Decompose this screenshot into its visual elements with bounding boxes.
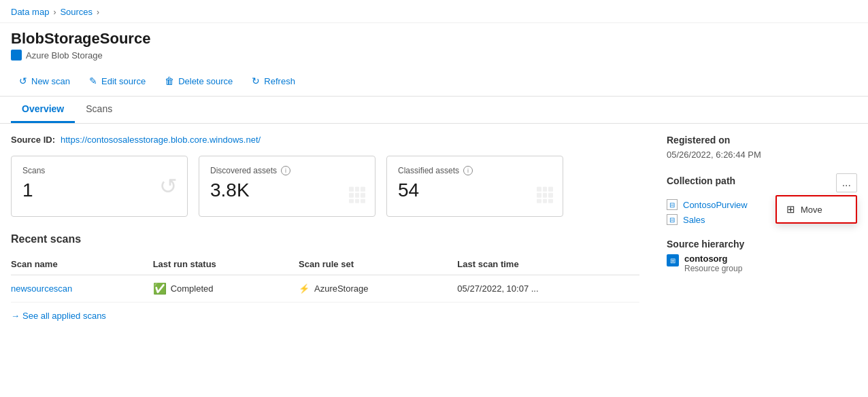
see-all-link[interactable]: → See all applied scans (11, 311, 639, 321)
hierarchy-name-0: contosorg (684, 254, 742, 264)
breadcrumb: Data map › Sources › (0, 0, 868, 23)
move-label: Move (801, 205, 822, 215)
refresh-icon: ↻ (252, 75, 260, 86)
registered-on-value: 05/26/2022, 6:26:44 PM (667, 150, 857, 160)
page-title: BlobStorageSource (11, 30, 857, 48)
hierarchy-sub-0: Resource group (684, 264, 742, 273)
arrow-right-icon: → (11, 311, 20, 321)
recent-scans-section: Recent scans Scan name Last run status S… (11, 233, 639, 321)
stat-label-scans: Scans (22, 166, 176, 175)
collection-path-section: Collection path ... ⊞ Move ⊟ ContosoPurv… (667, 173, 857, 225)
edit-source-icon: ✎ (89, 75, 97, 86)
lightning-icon: ⚡ (299, 283, 310, 294)
edit-source-button[interactable]: ✎ Edit source (81, 71, 154, 90)
col-scan-name: Scan name (11, 254, 153, 275)
status-check-icon: ✅ (153, 282, 167, 295)
new-scan-button[interactable]: ↺ New scan (11, 71, 78, 90)
scan-name-cell: newsourcescan (11, 275, 153, 303)
storage-icon (11, 50, 22, 61)
breadcrumb-sep-2: › (97, 7, 99, 17)
stat-label-classified: Classified assets i (398, 166, 552, 175)
stat-value-classified: 54 (398, 179, 552, 201)
move-icon: ⊞ (786, 203, 795, 215)
source-hierarchy-section: Source hierarchy ⊞ contosorg Resource gr… (667, 239, 857, 273)
main-content: Source ID: https://contososalesstorage.b… (11, 135, 639, 321)
delete-source-button[interactable]: 🗑 Delete source (156, 71, 241, 90)
context-menu: ⊞ Move (775, 195, 857, 224)
see-all-section: → See all applied scans (11, 311, 639, 321)
info-icon-discovered: i (281, 166, 290, 175)
breadcrumb-datamap[interactable]: Data map (11, 7, 49, 17)
stat-value-discovered: 3.8K (210, 179, 364, 201)
collection-item-label-0: ContosoPurview (683, 200, 748, 210)
table-row: newsourcescan ✅ Completed ⚡ AzureStorage (11, 275, 639, 303)
stat-label-discovered: Discovered assets i (210, 166, 364, 175)
last-scan-time-cell: 05/27/2022, 10:07 ... (457, 275, 639, 303)
source-hierarchy-label: Source hierarchy (667, 239, 857, 249)
move-menu-item[interactable]: ⊞ Move (777, 196, 856, 222)
registered-on-section: Registered on 05/26/2022, 6:26:44 PM (667, 135, 857, 160)
source-id-row: Source ID: https://contososalesstorage.b… (11, 135, 639, 145)
see-all-label: See all applied scans (22, 311, 106, 321)
source-id-value: https://contososalesstorage.blob.core.wi… (61, 135, 261, 145)
page-header: BlobStorageSource Azure Blob Storage (0, 23, 868, 66)
stat-card-scans: Scans 1 ↺ (11, 156, 188, 217)
source-id-label: Source ID: (11, 135, 55, 145)
new-scan-icon: ↺ (19, 75, 27, 86)
col-scan-rule: Scan rule set (299, 254, 457, 275)
breadcrumb-sources[interactable]: Sources (60, 7, 93, 17)
refresh-label: Refresh (264, 76, 295, 86)
hierarchy-text-0: contosorg Resource group (684, 254, 742, 273)
scans-card-icon: ↺ (159, 173, 178, 199)
recent-scans-title: Recent scans (11, 233, 639, 245)
discovered-card-icon (349, 169, 365, 203)
stats-row: Scans 1 ↺ Discovered assets i 3.8K (11, 156, 639, 217)
hierarchy-item-0: ⊞ contosorg Resource group (667, 254, 857, 273)
stat-card-classified: Classified assets i 54 (386, 156, 563, 217)
scans-table: Scan name Last run status Scan rule set … (11, 254, 639, 303)
tab-scans[interactable]: Scans (75, 97, 123, 123)
subtitle-text: Azure Blob Storage (26, 50, 103, 61)
collection-icon-0: ⊟ (667, 199, 678, 210)
stat-card-discovered: Discovered assets i 3.8K (199, 156, 375, 217)
refresh-button[interactable]: ↻ Refresh (244, 71, 303, 90)
side-panel: Registered on 05/26/2022, 6:26:44 PM Col… (639, 135, 857, 321)
registered-on-label: Registered on (667, 135, 857, 145)
collection-path-header: Collection path ... ⊞ Move (667, 173, 857, 192)
status-text: Completed (171, 283, 214, 294)
edit-source-label: Edit source (101, 76, 146, 86)
scan-rule-text: AzureStorage (314, 283, 369, 294)
breadcrumb-sep-1: › (53, 7, 56, 17)
toolbar: ↺ New scan ✎ Edit source 🗑 Delete source… (0, 66, 868, 97)
collection-path-label: Collection path (667, 175, 735, 186)
tabs: Overview Scans (0, 97, 868, 124)
delete-source-label: Delete source (178, 76, 233, 86)
delete-source-icon: 🗑 (165, 75, 174, 86)
collection-item-label-1: Sales (683, 215, 705, 225)
content: Source ID: https://contososalesstorage.b… (0, 124, 868, 332)
more-options-button[interactable]: ... (836, 173, 857, 192)
col-status: Last run status (153, 254, 299, 275)
page-subtitle: Azure Blob Storage (11, 50, 857, 61)
hierarchy-icon-0: ⊞ (667, 254, 679, 266)
context-menu-wrapper: ... ⊞ Move (836, 173, 857, 192)
info-icon-classified: i (463, 166, 473, 175)
scan-name-link[interactable]: newsourcescan (11, 283, 72, 294)
collection-icon-1: ⊟ (667, 214, 678, 225)
tab-overview[interactable]: Overview (11, 97, 75, 123)
stat-value-scans: 1 (22, 179, 176, 201)
new-scan-label: New scan (31, 76, 70, 86)
status-cell: ✅ Completed (153, 275, 299, 303)
scan-rule-cell: ⚡ AzureStorage (299, 275, 457, 303)
classified-card-icon (537, 169, 553, 203)
col-last-scan-time: Last scan time (457, 254, 639, 275)
